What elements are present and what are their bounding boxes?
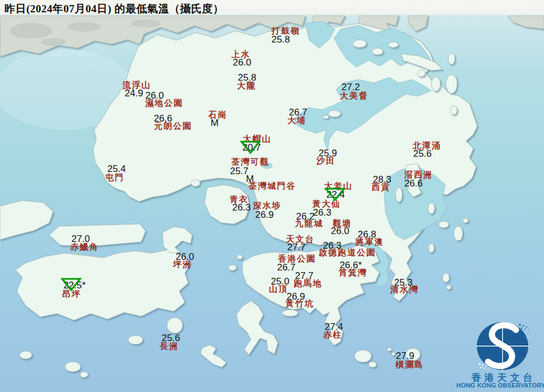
station-value: 25.0 bbox=[271, 276, 289, 287]
station-value: 25.3 bbox=[394, 277, 412, 288]
station-value: 25.4 bbox=[107, 164, 125, 175]
extreme-minimum-marker bbox=[324, 186, 346, 202]
station-value: 27.4 bbox=[324, 321, 343, 333]
station-value: 26.7 bbox=[289, 107, 307, 118]
po-toi-island bbox=[355, 350, 371, 362]
station-value: 26.0 bbox=[145, 90, 164, 101]
station-value: 26.0 bbox=[233, 57, 251, 68]
station-value: 27.7 bbox=[295, 270, 313, 282]
station-value: M bbox=[246, 174, 254, 185]
station-value: 26.6 bbox=[154, 113, 172, 124]
waglan-islet bbox=[392, 352, 395, 356]
crooked-harbour-islet-2 bbox=[372, 48, 383, 55]
station-value: 25.8 bbox=[238, 72, 256, 83]
ma-wan-island bbox=[191, 180, 200, 186]
crooked-harbour-islet-3 bbox=[388, 42, 398, 48]
station-value: 26.3 bbox=[323, 240, 341, 251]
station-value: 27.2 bbox=[341, 82, 360, 93]
hei-ling-chau-island bbox=[167, 318, 183, 333]
ma-shi-chau-island bbox=[328, 110, 341, 117]
po-toi-islet bbox=[369, 362, 376, 367]
station-value: 26.3 bbox=[313, 207, 331, 218]
waglan-island bbox=[387, 348, 392, 351]
green-island bbox=[237, 255, 243, 259]
kau-yi-chau-island bbox=[229, 265, 236, 270]
clearwater-islet bbox=[447, 285, 451, 290]
double-haven-islet bbox=[431, 77, 440, 91]
yim-tin-tsai-islet bbox=[323, 115, 329, 119]
station-value: M bbox=[211, 118, 218, 129]
grass-islet bbox=[450, 106, 457, 115]
station-value: 25.6 bbox=[413, 148, 431, 160]
station-value: 27.7 bbox=[287, 242, 305, 253]
page-title: 昨日(2024年07月04日) 的最低氣溫（攝氏度） bbox=[4, 2, 224, 16]
extreme-minimum-marker bbox=[240, 139, 261, 155]
shelter-island bbox=[428, 203, 435, 214]
ap-lei-chau-island bbox=[282, 310, 298, 316]
station-value: 25.9 bbox=[318, 148, 337, 159]
soko-islet bbox=[80, 372, 88, 377]
basalt-island bbox=[454, 226, 463, 241]
station-value: 26.6* bbox=[340, 260, 362, 271]
sharp-island bbox=[396, 188, 402, 202]
station-value: 27.9 bbox=[396, 351, 414, 362]
station-value: 26.3 bbox=[232, 202, 250, 213]
cat-islet bbox=[448, 53, 455, 64]
station-label: 荃灣城門谷 bbox=[249, 181, 296, 192]
crooked-harbour-islet-1 bbox=[353, 40, 366, 48]
station-value: 26.2 bbox=[296, 211, 314, 222]
extreme-minimum-marker bbox=[61, 276, 82, 292]
port-island bbox=[446, 74, 457, 94]
shek-kwu-chau-island bbox=[128, 335, 143, 344]
station-value: 26.0 bbox=[175, 251, 194, 263]
tap-mun-island bbox=[417, 70, 425, 77]
hko-logo-name-english: HONG KONG OBSERVATORY bbox=[456, 382, 544, 389]
station-value: 26.7 bbox=[277, 262, 295, 273]
shelter-islet-north bbox=[429, 244, 434, 253]
soko-islands bbox=[65, 362, 81, 372]
station-value: 24.9 bbox=[124, 88, 143, 99]
town-island bbox=[463, 218, 468, 223]
station-value: 27.0 bbox=[71, 234, 90, 245]
hko-min-temperature-map: 昨日(2024年07月04日) 的最低氣溫（攝氏度） 打鼓嶺25.8上水26.0… bbox=[0, 0, 544, 392]
steep-island bbox=[443, 273, 449, 282]
station-value: 28.3 bbox=[373, 174, 391, 185]
station-value: 26.9 bbox=[286, 291, 305, 302]
station-value: 25.6 bbox=[161, 333, 180, 344]
bluff-island bbox=[439, 221, 449, 228]
station-value: 26.9 bbox=[255, 209, 273, 221]
station-value: 26.8 bbox=[357, 229, 376, 240]
station-value: 25.8 bbox=[271, 34, 290, 45]
fan-lau-islet bbox=[20, 351, 32, 359]
hong-kong-map bbox=[0, 0, 544, 392]
station-value: 26.6 bbox=[404, 178, 422, 189]
station-value: 26.0 bbox=[331, 226, 349, 237]
title-band: 昨日(2024年07月04日) 的最低氣溫（攝氏度） bbox=[0, 0, 544, 16]
